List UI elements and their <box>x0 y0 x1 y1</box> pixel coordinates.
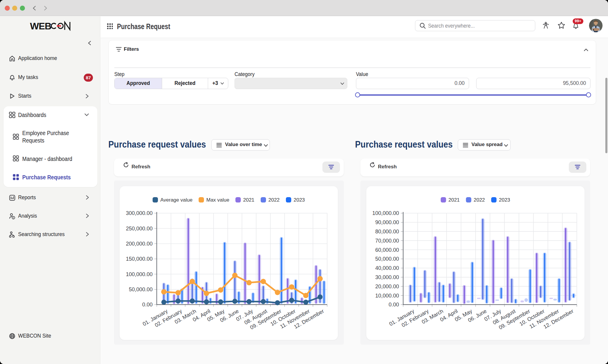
svg-text:2022: 2022 <box>268 197 280 203</box>
svg-text:2023: 2023 <box>499 197 510 203</box>
svg-text:2021: 2021 <box>449 197 460 203</box>
svg-text:2022: 2022 <box>474 197 485 203</box>
svg-text:70,000.00: 70,000.00 <box>375 238 399 244</box>
svg-text:Max value: Max value <box>206 197 229 203</box>
svg-text:150,000.00: 150,000.00 <box>126 256 153 262</box>
svg-text:100,000.00: 100,000.00 <box>372 210 399 216</box>
svg-text:50,000.00: 50,000.00 <box>375 256 399 262</box>
svg-text:90,000.00: 90,000.00 <box>375 219 399 225</box>
svg-text:0.00: 0.00 <box>142 302 153 308</box>
svg-text:0.00: 0.00 <box>389 302 399 308</box>
svg-text:300,000.00: 300,000.00 <box>126 210 153 216</box>
svg-text:100,000.00: 100,000.00 <box>126 271 153 277</box>
svg-text:80,000.00: 80,000.00 <box>375 229 399 235</box>
svg-text:2021: 2021 <box>243 197 254 203</box>
svg-text:20,000.00: 20,000.00 <box>375 284 399 289</box>
svg-text:2023: 2023 <box>294 197 305 203</box>
svg-text:250,000.00: 250,000.00 <box>126 226 153 232</box>
svg-text:60,000.00: 60,000.00 <box>375 247 399 253</box>
svg-text:50,000.00: 50,000.00 <box>129 287 153 292</box>
svg-text:30,000.00: 30,000.00 <box>375 274 399 280</box>
svg-text:40,000.00: 40,000.00 <box>375 265 399 271</box>
svg-text:WEB: WEB <box>30 21 51 31</box>
svg-text:Average value: Average value <box>160 197 192 203</box>
svg-text:200,000.00: 200,000.00 <box>126 241 153 247</box>
svg-text:10,000.00: 10,000.00 <box>375 293 399 299</box>
